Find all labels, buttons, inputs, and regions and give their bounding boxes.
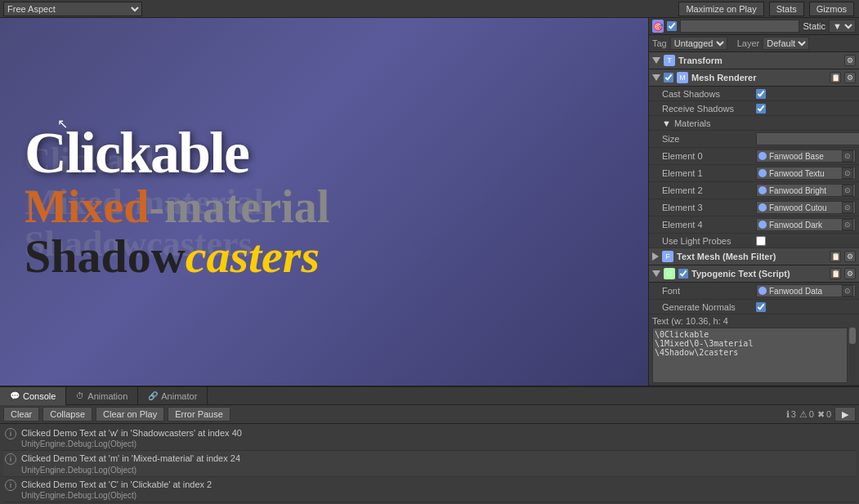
element3-ref[interactable]: Fanwood Cutou ⊙ bbox=[756, 201, 856, 214]
receive-shadows-row: Receive Shadows bbox=[649, 101, 859, 116]
clear-btn[interactable]: Clear bbox=[3, 407, 39, 421]
use-light-probes-checkbox[interactable] bbox=[756, 236, 766, 246]
element1-ref[interactable]: Fanwood Textu ⊙ bbox=[756, 167, 856, 180]
element0-picker[interactable]: ⊙ bbox=[842, 150, 853, 162]
transform-section-header[interactable]: T Transform ⚙ bbox=[649, 52, 859, 69]
cast-shadows-label: Cast Shadows bbox=[662, 89, 756, 99]
static-label: Static bbox=[803, 21, 825, 31]
console-log-area[interactable]: i Clicked Demo Text at 'w' in 'Shadowcas… bbox=[0, 424, 859, 504]
maximize-on-play-btn[interactable]: Maximize on Play bbox=[678, 2, 763, 16]
warn-icon: ⚠ bbox=[799, 409, 808, 420]
typogenic-text-arrow bbox=[652, 270, 660, 277]
transform-icon: T bbox=[664, 55, 675, 66]
error-count-value: 0 bbox=[826, 409, 831, 419]
text-scrollbar[interactable] bbox=[849, 328, 856, 383]
cast-shadows-checkbox[interactable] bbox=[756, 89, 766, 99]
element4-picker[interactable]: ⊙ bbox=[842, 219, 853, 230]
font-label: Font bbox=[662, 286, 756, 296]
font-dot bbox=[758, 287, 767, 295]
mat-size-row: Size 5 bbox=[649, 131, 859, 148]
mesh-renderer-checkbox[interactable] bbox=[664, 73, 673, 83]
clear-on-play-btn[interactable]: Clear on Play bbox=[96, 407, 164, 421]
typogenic-text-checkbox[interactable] bbox=[678, 269, 688, 279]
text-mixed-row: Mixed-material bbox=[25, 182, 624, 233]
tag-select[interactable]: Untagged bbox=[670, 37, 727, 50]
info-count-value: 3 bbox=[791, 409, 796, 419]
log-text: Clicked Demo Text at 'C' in 'Clickable' … bbox=[21, 479, 212, 491]
console-tab-icon: 💬 bbox=[10, 391, 20, 400]
size-label: Size bbox=[662, 134, 756, 144]
mesh-renderer-arrow bbox=[652, 74, 660, 81]
size-input[interactable]: 5 bbox=[756, 132, 859, 145]
layer-select[interactable]: Default bbox=[763, 37, 809, 50]
log-entry[interactable]: i Clicked Demo Text at 'm' in 'Mixed-mat… bbox=[3, 451, 856, 476]
generate-normals-label: Generate Normals bbox=[662, 302, 756, 312]
text-textarea[interactable]: \0Clickable \1Mixed\0-\3material \4Shado… bbox=[652, 328, 848, 383]
receive-shadows-label: Receive Shadows bbox=[662, 104, 756, 114]
bottom-tabs: 💬 Console ⏱ Animation 🔗 Animator bbox=[0, 387, 859, 405]
typogenic-text-settings-btn[interactable]: ⚙ bbox=[844, 268, 856, 279]
mesh-renderer-header[interactable]: M Mesh Renderer 📋 ⚙ bbox=[649, 69, 859, 87]
tab-animation[interactable]: ⏱ Animation bbox=[66, 387, 138, 405]
materials-row[interactable]: ▼ Materials bbox=[649, 116, 859, 131]
text-mesh-header[interactable]: F Text Mesh (Mesh Filter) 📋 ⚙ bbox=[649, 248, 859, 265]
tab-animator[interactable]: 🔗 Animator bbox=[138, 387, 208, 405]
info-count: ℹ 3 bbox=[786, 409, 796, 420]
generate-normals-checkbox[interactable] bbox=[756, 302, 766, 312]
mesh-renderer-icon: M bbox=[677, 72, 688, 83]
log-entry[interactable]: i Clicked Demo Text at 'w' in 'Shadowcas… bbox=[3, 426, 856, 451]
use-light-probes-row: Use Light Probes bbox=[649, 234, 859, 248]
typogenic-text-header[interactable]: C Typogenic Text (Script) 📋 ⚙ bbox=[649, 265, 859, 283]
text-mesh-copy-btn[interactable]: 📋 bbox=[830, 251, 841, 262]
mesh-renderer-settings-btn[interactable]: ⚙ bbox=[844, 72, 856, 83]
scene-text: Clickable Mixed-material Shadowcasters bbox=[0, 18, 648, 386]
log-content: Clicked Demo Text at 'w' in 'Shadowcaste… bbox=[21, 427, 242, 448]
tag-layer-row: Tag Untagged Layer Default bbox=[649, 35, 859, 52]
text-mesh-settings-btn[interactable]: ⚙ bbox=[844, 251, 856, 262]
element4-ref[interactable]: Fanwood Dark ⊙ bbox=[756, 218, 856, 231]
element1-picker[interactable]: ⊙ bbox=[842, 167, 853, 179]
typogenic-text-copy-btn[interactable]: 📋 bbox=[830, 268, 841, 279]
font-ref[interactable]: Fanwood Data ⊙ bbox=[756, 284, 856, 297]
tag-label: Tag bbox=[652, 38, 667, 48]
element3-dot bbox=[758, 203, 767, 212]
typogenic-text-title: Typogenic Text (Script) bbox=[691, 269, 826, 279]
typogenic-text-icon: C bbox=[664, 268, 675, 279]
text-area-container: \0Clickable \1Mixed\0-\3material \4Shado… bbox=[652, 328, 856, 383]
element2-ref[interactable]: Fanwood Bright ⊙ bbox=[756, 184, 856, 197]
materials-label: Materials bbox=[674, 118, 768, 128]
top-bar: Free Aspect Maximize on Play Stats Gizmo… bbox=[0, 0, 859, 18]
log-counts: ℹ 3 ⚠ 0 ✖ 0 ▶ bbox=[786, 407, 856, 421]
layer-label: Layer bbox=[737, 38, 760, 48]
static-select[interactable]: ▼ bbox=[829, 20, 856, 33]
log-entry[interactable]: i Clicked Demo Text at 'C' in 'Clickable… bbox=[3, 477, 856, 502]
transform-settings-btn[interactable]: ⚙ bbox=[844, 55, 856, 66]
element0-label: Element 0 bbox=[662, 151, 756, 161]
element2-dot bbox=[758, 186, 767, 194]
viewport-canvas[interactable]: Clickable Mixed-material Shadowcasters ↖… bbox=[0, 18, 648, 386]
element2-picker[interactable]: ⊙ bbox=[842, 185, 853, 196]
record-btn[interactable]: ▶ bbox=[834, 407, 856, 421]
viewport[interactable]: Clickable Mixed-material Shadowcasters ↖… bbox=[0, 18, 648, 386]
aspect-select[interactable]: Free Aspect bbox=[3, 2, 142, 16]
text-dash-word: -material bbox=[149, 181, 329, 232]
stats-btn[interactable]: Stats bbox=[769, 2, 804, 16]
active-checkbox[interactable] bbox=[667, 21, 677, 31]
element4-dot bbox=[758, 221, 767, 229]
text-scrollbar-thumb[interactable] bbox=[849, 328, 856, 344]
mesh-renderer-copy-btn[interactable]: 📋 bbox=[830, 72, 841, 83]
collapse-btn[interactable]: Collapse bbox=[43, 407, 92, 421]
object-name-field[interactable]: Demo Text bbox=[680, 20, 799, 33]
gizmos-btn[interactable]: Gizmos bbox=[809, 2, 854, 16]
error-pause-btn[interactable]: Error Pause bbox=[168, 407, 230, 421]
element3-picker[interactable]: ⊙ bbox=[842, 202, 853, 213]
materials-arrow[interactable]: ▼ bbox=[662, 118, 671, 128]
element0-ref[interactable]: Fanwood Base ⊙ bbox=[756, 149, 856, 163]
receive-shadows-checkbox[interactable] bbox=[756, 104, 766, 114]
use-light-probes-label: Use Light Probes bbox=[662, 236, 756, 246]
log-text: Clicked Demo Text at 'w' in 'Shadowcaste… bbox=[21, 427, 242, 439]
tab-console[interactable]: 💬 Console bbox=[0, 387, 66, 405]
font-picker[interactable]: ⊙ bbox=[842, 285, 853, 297]
log-sub: UnityEngine.Debug:Log(Object) bbox=[21, 466, 240, 475]
element1-row: Element 1 Fanwood Textu ⊙ bbox=[649, 165, 859, 182]
